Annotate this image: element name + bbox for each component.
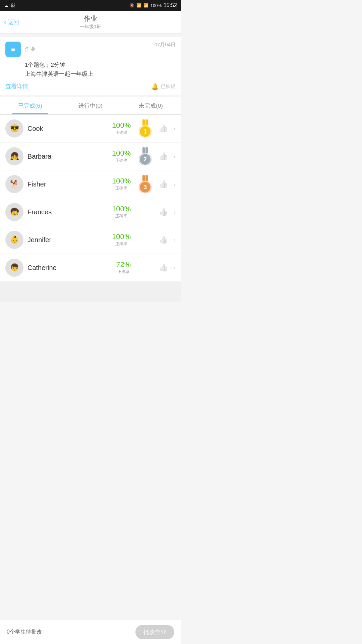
cloud-icon: ☁ <box>4 3 8 8</box>
reminder-section[interactable]: 🔔 已催促 <box>151 83 176 90</box>
avatar: 👶 <box>5 231 23 249</box>
svg-rect-0 <box>142 119 145 125</box>
view-detail-link[interactable]: 查看详情 <box>5 83 28 90</box>
student-item[interactable]: 🐕Fisher100%正确率3👍› <box>0 170 181 198</box>
status-right-icons: 🔇 📶 📶 100% 15:52 <box>129 2 177 8</box>
mute-icon: 🔇 <box>129 3 134 8</box>
student-name: Catherine <box>27 264 112 272</box>
score-block: 100%正确率 <box>112 150 131 163</box>
assignment-line2: 上海牛津英语一起一年级上 <box>25 69 176 78</box>
avatar: 👧 <box>5 147 23 165</box>
student-name: Barbara <box>27 153 108 160</box>
avatar: 😎 <box>5 119 23 138</box>
wifi-icon: 📶 <box>136 3 141 8</box>
avatar: 👦 <box>5 259 23 277</box>
score-label: 正确率 <box>112 158 131 163</box>
thumbs-up-icon[interactable]: 👍 <box>159 124 168 133</box>
assignment-card: ≡ 作业 07月04日 1个题包；2分钟 上海牛津英语一起一年级上 查看详情 🔔… <box>0 37 181 95</box>
chevron-right-icon: › <box>173 236 176 244</box>
tab-in-progress[interactable]: 进行中(0) <box>60 97 121 114</box>
assignment-date: 07月04日 <box>155 42 176 48</box>
score-percent: 100% <box>112 150 131 157</box>
svg-rect-6 <box>145 147 148 153</box>
score-label: 正确率 <box>112 185 131 191</box>
assignment-label: 作业 <box>25 46 36 53</box>
score-block: 100%正确率 <box>112 233 131 247</box>
score-percent: 100% <box>112 122 131 129</box>
chevron-right-icon: › <box>173 180 176 188</box>
gray-spacer <box>0 282 181 302</box>
tab-not-done[interactable]: 未完成(0) <box>121 97 181 114</box>
back-label: 返回 <box>8 18 19 26</box>
assignment-icon: ≡ <box>5 42 21 57</box>
assignment-header: ≡ 作业 07月04日 <box>5 42 176 57</box>
student-item[interactable]: 👧Barbara100%正确率2👍› <box>0 143 181 170</box>
medal-3: 3 <box>137 175 153 193</box>
page-title: 作业 <box>5 14 176 23</box>
status-left-icons: ☁ 🖼 <box>4 3 15 8</box>
score-block: 100%正确率 <box>112 205 131 219</box>
bell-icon: 🔔 <box>151 83 159 90</box>
page-subtitle: 一年级1班 <box>5 24 176 30</box>
assignment-line1: 1个题包；2分钟 <box>25 60 176 69</box>
score-percent: 72% <box>116 261 131 268</box>
score-label: 正确率 <box>112 213 131 219</box>
thumbs-up-icon[interactable]: 👍 <box>159 180 168 189</box>
student-name: Cook <box>27 125 108 132</box>
svg-rect-11 <box>145 175 148 181</box>
time-label: 15:52 <box>164 2 177 8</box>
medal-1: 1 <box>137 119 153 138</box>
student-item[interactable]: 😎Cook100%正确率1👍› <box>0 115 181 143</box>
score-block: 72%正确率 <box>116 261 131 275</box>
chevron-right-icon: › <box>173 125 176 132</box>
svg-rect-10 <box>142 175 145 181</box>
thumbs-up-icon[interactable]: 👍 <box>159 263 168 272</box>
back-button[interactable]: ‹ 返回 <box>4 18 19 26</box>
avatar: 🧒 <box>5 203 23 221</box>
score-block: 100%正确率 <box>112 177 131 191</box>
student-item[interactable]: 👶Jennifer100%正确率👍› <box>0 226 181 254</box>
avatar: 🐕 <box>5 175 23 193</box>
signal-icon: 📶 <box>143 3 148 8</box>
score-label: 正确率 <box>112 130 131 136</box>
assignment-footer: 查看详情 🔔 已催促 <box>5 83 176 90</box>
score-percent: 100% <box>112 205 131 213</box>
image-icon: 🖼 <box>10 3 15 8</box>
battery-label: 100% <box>150 3 162 8</box>
tab-bar: 已完成(6) 进行中(0) 未完成(0) <box>0 97 181 115</box>
assignment-top-left: ≡ 作业 <box>5 42 36 57</box>
back-chevron-icon: ‹ <box>4 18 6 26</box>
student-list: 😎Cook100%正确率1👍›👧Barbara100%正确率2👍›🐕Fisher… <box>0 115 181 282</box>
chevron-right-icon: › <box>173 208 176 216</box>
document-icon: ≡ <box>11 46 15 53</box>
thumbs-up-icon[interactable]: 👍 <box>159 208 168 216</box>
score-percent: 100% <box>112 233 131 240</box>
student-name: Fisher <box>27 180 108 188</box>
reminded-label: 已催促 <box>161 83 176 90</box>
thumbs-up-icon[interactable]: 👍 <box>159 152 168 161</box>
tab-completed[interactable]: 已完成(6) <box>0 97 60 114</box>
assignment-desc: 1个题包；2分钟 上海牛津英语一起一年级上 <box>5 60 176 78</box>
chevron-right-icon: › <box>173 264 176 272</box>
svg-text:3: 3 <box>143 184 147 191</box>
student-name: Frances <box>27 208 108 216</box>
student-item[interactable]: 👦Catherine72%正确率👍› <box>0 254 181 282</box>
medal-2: 2 <box>137 147 153 165</box>
score-label: 正确率 <box>112 241 131 247</box>
score-label: 正确率 <box>116 269 131 275</box>
svg-text:1: 1 <box>143 128 147 135</box>
svg-rect-1 <box>145 119 148 125</box>
header: ‹ 返回 作业 一年级1班 <box>0 11 181 34</box>
score-percent: 100% <box>112 177 131 185</box>
student-name: Jennifer <box>27 236 108 244</box>
chevron-right-icon: › <box>173 153 176 160</box>
thumbs-up-icon[interactable]: 👍 <box>159 235 168 244</box>
svg-text:2: 2 <box>143 156 147 163</box>
svg-rect-5 <box>142 147 145 153</box>
score-block: 100%正确率 <box>112 122 131 136</box>
status-bar: ☁ 🖼 🔇 📶 📶 100% 15:52 <box>0 0 181 11</box>
student-item[interactable]: 🧒Frances100%正确率👍› <box>0 198 181 226</box>
